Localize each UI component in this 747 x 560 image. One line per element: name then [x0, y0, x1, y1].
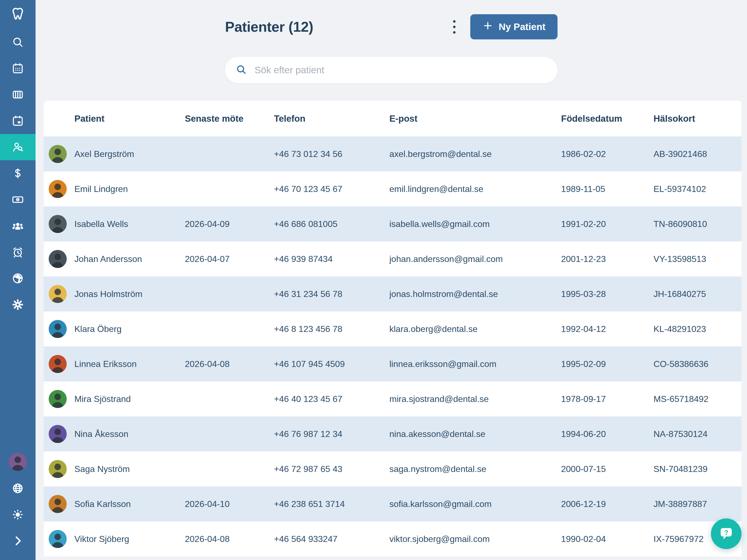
email-cell: sofia.karlsson@gmail.com — [389, 499, 561, 509]
phone-cell: +46 72 987 65 43 — [274, 464, 389, 474]
patient-name: Viktor Sjöberg — [74, 534, 129, 544]
kebab-menu-icon[interactable] — [451, 18, 458, 36]
email-cell: johan.andersson@gmail.com — [389, 254, 561, 264]
people-icon — [11, 220, 24, 232]
email-cell: saga.nystrom@dental.se — [389, 464, 561, 474]
column-header: Senaste möte — [185, 113, 274, 124]
phone-cell: +46 564 933247 — [274, 534, 389, 544]
new-patient-button[interactable]: Ny Patient — [470, 14, 558, 40]
health-card-cell: AB-39021468 — [653, 149, 742, 159]
chevron-right-icon — [11, 535, 24, 547]
calendar-icon — [11, 62, 24, 75]
patient-avatar — [49, 180, 67, 198]
patient-row[interactable]: Viktor Sjöberg2026-04-08+46 564 933247vi… — [44, 521, 742, 556]
sidebar-item-payments[interactable]: 1 — [0, 186, 35, 213]
sidebar-item-settings[interactable] — [0, 291, 35, 318]
phone-cell: +46 8 123 456 78 — [274, 324, 389, 334]
patients-table: PatientSenaste möteTelefonE-postFödelsed… — [44, 101, 742, 556]
health-card-cell: MS-65718492 — [653, 394, 742, 404]
sidebar-item-search[interactable] — [0, 29, 35, 55]
sidebar-nav: 1 — [0, 29, 35, 318]
patient-row[interactable]: Isabella Wells2026-04-09+46 686 081005is… — [44, 206, 742, 241]
patient-name: Saga Nyström — [74, 464, 130, 474]
column-header: Födelsedatum — [561, 113, 653, 124]
birthdate-cell: 1989-11-05 — [561, 184, 653, 194]
patient-row[interactable]: Mira Sjöstrand+46 40 123 45 67mira.sjost… — [44, 381, 742, 416]
email-cell: nina.akesson@dental.se — [389, 429, 561, 439]
patient-row[interactable]: Axel Bergström+46 73 012 34 56axel.bergs… — [44, 136, 742, 172]
sidebar-item-patients[interactable] — [0, 134, 35, 160]
sidebar-item-billing[interactable] — [0, 160, 35, 186]
email-cell: isabella.wells@gmail.com — [389, 219, 561, 229]
health-card-cell: SN-70481239 — [653, 464, 742, 474]
patient-row[interactable]: Jonas Holmström+46 31 234 56 78jonas.hol… — [44, 276, 742, 311]
column-header: Hälsokort — [653, 113, 742, 124]
sidebar-item-appointments[interactable] — [0, 108, 35, 134]
sidebar-item-collapse[interactable] — [0, 528, 35, 554]
patient-cell: Emil Lindgren — [44, 180, 185, 198]
patient-avatar — [49, 495, 67, 513]
email-cell: viktor.sjoberg@gmail.com — [389, 534, 561, 544]
email-cell: jonas.holmstrom@dental.se — [389, 289, 561, 299]
birthdate-cell: 1986-02-02 — [561, 149, 653, 159]
banknote-icon: 1 — [11, 193, 24, 206]
birthdate-cell: 1990-02-04 — [561, 534, 653, 544]
birthdate-cell: 2000-07-15 — [561, 464, 653, 474]
patient-avatar — [49, 250, 67, 268]
patient-row[interactable]: Nina Åkesson+46 76 987 12 34nina.akesson… — [44, 416, 742, 452]
phone-cell: +46 939 87434 — [274, 254, 389, 264]
user-avatar[interactable] — [9, 453, 27, 471]
help-chat-button[interactable]: ? — [711, 518, 742, 549]
sidebar-item-theme[interactable] — [0, 502, 35, 528]
patient-cell: Johan Andersson — [44, 250, 185, 268]
patient-name: Nina Åkesson — [74, 429, 128, 439]
sidebar-item-language[interactable] — [0, 475, 35, 502]
sidebar-item-online[interactable] — [0, 265, 35, 291]
patient-avatar — [49, 460, 67, 478]
svg-text:?: ? — [724, 529, 728, 536]
sidebar-item-schedule[interactable] — [0, 81, 35, 108]
table-body: Axel Bergström+46 73 012 34 56axel.bergs… — [44, 136, 742, 556]
patient-name: Jonas Holmström — [74, 289, 143, 299]
sidebar-item-reminders[interactable] — [0, 239, 35, 265]
patient-row[interactable]: Klara Öberg+46 8 123 456 78klara.oberg@d… — [44, 311, 742, 347]
search-input[interactable] — [254, 64, 542, 76]
phone-cell: +46 107 945 4509 — [274, 359, 389, 369]
phone-cell: +46 31 234 56 78 — [274, 289, 389, 299]
patient-search-icon — [11, 141, 24, 153]
patient-row[interactable]: Saga Nyström+46 72 987 65 43saga.nystrom… — [44, 452, 742, 486]
health-card-cell: VY-13598513 — [653, 254, 742, 264]
last-visit-cell: 2026-04-09 — [185, 219, 274, 229]
patient-avatar — [49, 145, 67, 163]
sidebar-item-staff[interactable] — [0, 213, 35, 239]
patient-avatar — [49, 215, 67, 233]
email-cell: axel.bergstrom@dental.se — [389, 149, 561, 159]
patient-name: Klara Öberg — [74, 324, 122, 334]
patient-avatar — [49, 390, 67, 408]
health-card-cell: NA-87530124 — [653, 429, 742, 439]
patient-cell: Nina Åkesson — [44, 425, 185, 443]
phone-cell: +46 76 987 12 34 — [274, 429, 389, 439]
birthdate-cell: 1992-04-12 — [561, 324, 653, 334]
sidebar-item-calendar[interactable] — [0, 55, 35, 81]
column-header: Telefon — [274, 113, 389, 124]
patient-name: Johan Andersson — [74, 254, 142, 264]
patient-row[interactable]: Emil Lindgren+46 70 123 45 67emil.lindgr… — [44, 172, 742, 206]
earth-icon — [11, 272, 24, 285]
header-actions: Ny Patient — [451, 14, 558, 40]
birthdate-cell: 1994-06-20 — [561, 429, 653, 439]
page-header: Patienter (12) Ny Patient — [225, 0, 558, 40]
calendar-event-icon — [11, 114, 24, 127]
sidebar-bottom — [0, 453, 35, 560]
phone-cell: +46 70 123 45 67 — [274, 184, 389, 194]
patient-cell: Klara Öberg — [44, 320, 185, 338]
health-card-cell: TN-86090810 — [653, 219, 742, 229]
patient-row[interactable]: Johan Andersson2026-04-07+46 939 87434jo… — [44, 241, 742, 276]
health-card-cell: CO-58386636 — [653, 359, 742, 369]
patient-row[interactable]: Sofia Karlsson2026-04-10+46 238 651 3714… — [44, 486, 742, 521]
birthdate-cell: 1995-03-28 — [561, 289, 653, 299]
sun-icon — [11, 508, 24, 521]
patient-row[interactable]: Linnea Eriksson2026-04-08+46 107 945 450… — [44, 347, 742, 381]
last-visit-cell: 2026-04-08 — [185, 534, 274, 544]
gear-icon — [11, 298, 24, 311]
